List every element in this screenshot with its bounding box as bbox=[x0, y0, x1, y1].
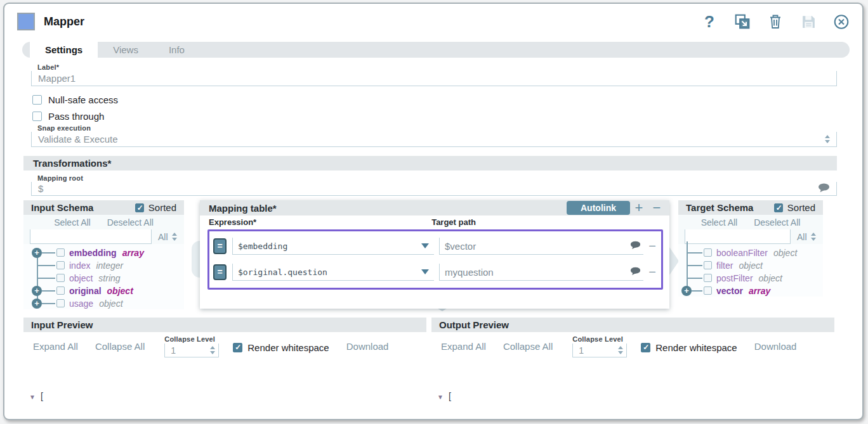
autolink-button[interactable]: Autolink bbox=[567, 201, 630, 215]
schema-item-checkbox[interactable] bbox=[56, 248, 65, 257]
schema-item[interactable]: original object bbox=[23, 285, 184, 297]
expand-plus-icon[interactable] bbox=[32, 299, 42, 309]
input-schema-tree: embedding array index integer object str… bbox=[23, 244, 184, 310]
remove-row-icon[interactable] bbox=[648, 202, 666, 214]
output-preview-json: [ {vector: [...], myquestion: "when•was•… bbox=[431, 359, 834, 420]
expand-all-link[interactable]: Expand All bbox=[33, 341, 78, 352]
schema-item-checkbox[interactable] bbox=[704, 248, 712, 257]
delete-row-icon[interactable] bbox=[643, 239, 657, 254]
expand-editor-icon[interactable] bbox=[734, 13, 751, 30]
help-icon[interactable] bbox=[701, 13, 718, 30]
tab-settings[interactable]: Settings bbox=[30, 42, 98, 58]
collapse-level-input[interactable]: 1 bbox=[164, 344, 219, 357]
snap-execution-label: Snap execution bbox=[23, 124, 837, 132]
target-sorted-checkbox[interactable] bbox=[774, 203, 783, 212]
schema-item-checkbox[interactable] bbox=[56, 261, 65, 269]
schema-item-checkbox[interactable] bbox=[704, 261, 712, 269]
schema-item-checkbox[interactable] bbox=[56, 274, 65, 282]
tab-info[interactable]: Info bbox=[154, 42, 200, 58]
spinner-icon bbox=[811, 233, 816, 241]
schema-item[interactable]: index integer bbox=[23, 259, 184, 272]
snap-icon bbox=[17, 13, 35, 30]
schema-item[interactable]: object string bbox=[23, 272, 184, 285]
close-icon[interactable] bbox=[833, 13, 850, 30]
schema-item-name: vector bbox=[716, 286, 743, 296]
output-preview-title: Output Preview bbox=[439, 319, 509, 330]
schema-item[interactable]: vector array bbox=[678, 285, 823, 297]
tree-connector bbox=[687, 278, 702, 279]
schema-item[interactable]: embedding array bbox=[23, 247, 184, 259]
schema-item-checkbox[interactable] bbox=[56, 286, 65, 295]
collapse-all-link[interactable]: Collapse All bbox=[503, 341, 553, 352]
snap-execution-select[interactable]: Validate & Execute bbox=[31, 132, 837, 147]
collapse-all-link[interactable]: Collapse All bbox=[95, 341, 145, 352]
input-select-all-link[interactable]: Select All bbox=[54, 217, 91, 228]
input-schema-search-input[interactable] bbox=[30, 229, 151, 244]
equals-toggle-button[interactable]: = bbox=[213, 238, 227, 254]
expand-plus-icon[interactable] bbox=[32, 248, 42, 258]
target-schema-type-filter[interactable]: All bbox=[790, 229, 823, 244]
equals-toggle-button[interactable]: = bbox=[213, 264, 227, 280]
expression-dropdown-icon[interactable] bbox=[421, 269, 429, 274]
input-sorted-checkbox[interactable] bbox=[135, 203, 144, 212]
download-link[interactable]: Download bbox=[346, 341, 389, 352]
render-whitespace-checkbox[interactable] bbox=[641, 343, 650, 352]
input-schema-type-filter[interactable]: All bbox=[151, 229, 184, 244]
spinner-icon[interactable] bbox=[825, 135, 830, 143]
passthrough-row: Pass through bbox=[32, 111, 837, 122]
target-path-input[interactable]: $vector bbox=[439, 238, 643, 255]
schema-item[interactable]: postFilter object bbox=[678, 272, 823, 285]
add-row-icon[interactable] bbox=[630, 202, 648, 214]
passthrough-checkbox[interactable] bbox=[32, 112, 42, 121]
download-link[interactable]: Download bbox=[754, 341, 797, 352]
schema-item-type: object bbox=[759, 273, 782, 283]
expand-plus-icon[interactable] bbox=[681, 286, 692, 296]
schema-item-checkbox[interactable] bbox=[704, 286, 712, 295]
label-input[interactable]: Mapper1 bbox=[31, 71, 837, 86]
delete-row-icon[interactable] bbox=[643, 265, 657, 279]
spinner-icon[interactable] bbox=[210, 346, 215, 354]
collapse-level-input[interactable]: 1 bbox=[572, 344, 627, 357]
expression-dropdown-icon[interactable] bbox=[421, 243, 429, 248]
target-schema-links: Select All Deselect All bbox=[678, 215, 823, 229]
schema-item-checkbox[interactable] bbox=[56, 299, 65, 307]
expand-plus-icon[interactable] bbox=[32, 286, 42, 296]
tree-connector bbox=[687, 252, 702, 254]
passthrough-label: Pass through bbox=[48, 111, 104, 122]
expand-all-link[interactable]: Expand All bbox=[441, 341, 486, 352]
schema-item-name: filter bbox=[716, 260, 733, 271]
collapse-caret-icon[interactable] bbox=[437, 389, 449, 404]
output-preview-header: Output Preview bbox=[431, 318, 834, 332]
schema-item-checkbox[interactable] bbox=[704, 274, 712, 282]
expression-input[interactable]: $embedding bbox=[232, 238, 434, 255]
expression-value: $original.question bbox=[238, 267, 327, 277]
schema-item[interactable]: booleanFilter object bbox=[678, 247, 823, 259]
comment-bubble-icon[interactable] bbox=[818, 183, 830, 195]
schema-item[interactable]: usage object bbox=[23, 297, 184, 310]
collapse-caret-icon[interactable] bbox=[29, 389, 41, 404]
expression-input[interactable]: $original.question bbox=[232, 264, 434, 281]
render-whitespace-checkbox[interactable] bbox=[233, 343, 242, 352]
target-deselect-all-link[interactable]: Deselect All bbox=[754, 217, 800, 228]
expression-column-header: Expression* bbox=[209, 217, 256, 227]
input-preview-json: [ {object: "embedding", index: 0, embedd… bbox=[23, 359, 426, 420]
mapping-table-panel: Mapping table* Autolink Expression* Targ… bbox=[200, 200, 669, 309]
schema-item[interactable]: filter object bbox=[678, 259, 823, 272]
schema-item-name: original bbox=[69, 286, 102, 296]
target-select-all-link[interactable]: Select All bbox=[701, 217, 738, 228]
comment-bubble-icon[interactable] bbox=[630, 241, 641, 252]
mapping-root-input[interactable]: $ bbox=[31, 182, 837, 196]
mapping-row: = $original.question myquestion bbox=[213, 262, 657, 283]
mapping-root-label: Mapping root bbox=[23, 174, 837, 182]
target-schema-search-input[interactable] bbox=[685, 229, 790, 244]
target-path-input[interactable]: myquestion bbox=[439, 264, 643, 281]
nullsafe-checkbox[interactable] bbox=[32, 95, 42, 105]
delete-icon[interactable] bbox=[767, 13, 784, 30]
schema-item-name: embedding bbox=[69, 248, 117, 258]
spinner-icon[interactable] bbox=[618, 346, 623, 354]
input-sorted-label: Sorted bbox=[148, 202, 176, 213]
save-icon[interactable] bbox=[800, 13, 817, 30]
tab-views[interactable]: Views bbox=[98, 42, 154, 58]
input-deselect-all-link[interactable]: Deselect All bbox=[107, 217, 154, 228]
comment-bubble-icon[interactable] bbox=[630, 267, 641, 278]
